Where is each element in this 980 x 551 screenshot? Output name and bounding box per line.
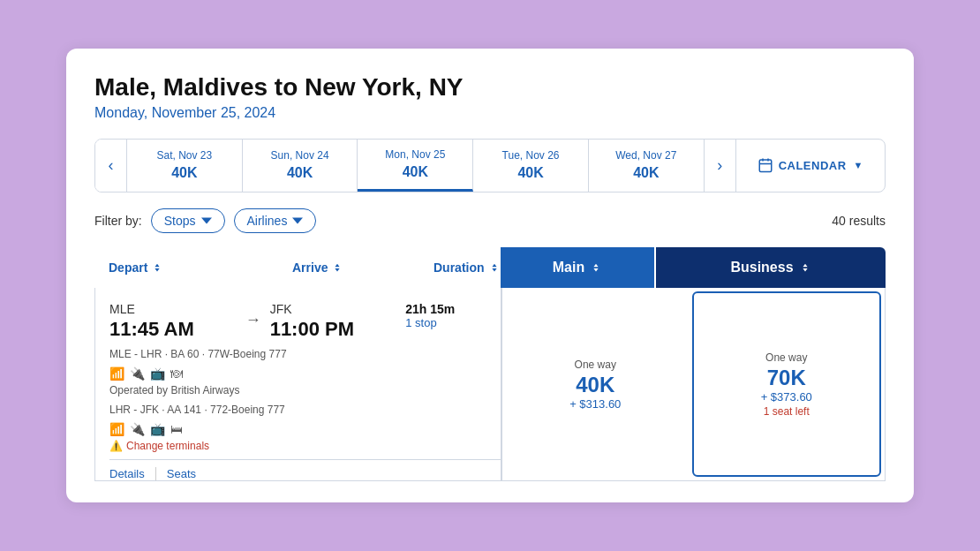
calendar-chevron-icon: ▼ — [854, 160, 863, 170]
business-one-way-label: One way — [765, 351, 807, 364]
seats-link[interactable]: Seats — [167, 467, 207, 480]
business-price-points: 70K — [767, 366, 806, 390]
airlines-filter-dropdown[interactable]: Airlines — [234, 208, 317, 233]
details-link[interactable]: Details — [109, 467, 156, 480]
results-count: 40 results — [832, 214, 886, 228]
meal-icon: 🍽 — [170, 366, 183, 381]
flight-duration: 21h 15m — [405, 302, 501, 316]
main-sort-icon — [590, 261, 602, 274]
date-item-2[interactable]: Mon, Nov 2540K — [358, 140, 473, 192]
dest-code: JFK — [270, 302, 397, 316]
arrive-label: Arrive — [292, 260, 328, 275]
outlet-icon-2: 🔌 — [130, 422, 145, 436]
calendar-icon — [758, 157, 773, 173]
day-label-1: Sun, Nov 24 — [271, 149, 329, 162]
duration-label: Duration — [433, 260, 485, 275]
flight-info: MLE 11:45 AM → JFK 11:00 PM 21h 15m 1 st… — [95, 288, 501, 480]
business-col-label: Business — [730, 260, 793, 276]
operator-label: Operated by British Airways — [109, 384, 501, 396]
sort-duration[interactable]: Duration — [433, 260, 501, 275]
amenity-icons-2: 📶 🔌 📺 🛏 — [109, 422, 501, 436]
points-1: 40K — [287, 165, 313, 181]
main-price-points: 40K — [576, 373, 614, 397]
depart-col: MLE 11:45 AM — [109, 302, 237, 341]
amenity-icons-1: 📶 🔌 📺 🍽 — [109, 366, 501, 381]
outlet-icon: 🔌 — [130, 366, 145, 381]
column-headers: Depart Arrive Duration Main Business — [94, 247, 886, 288]
arrive-sort-icon — [331, 261, 343, 274]
business-sort-icon — [799, 261, 811, 274]
airlines-chevron-icon — [292, 215, 303, 226]
business-price-cell[interactable]: One way 70K + $373.60 1 seat left — [692, 291, 882, 477]
filter-label: Filter by: — [94, 214, 142, 228]
date-item-3[interactable]: Tue, Nov 2640K — [473, 140, 589, 192]
route-date: Monday, November 25, 2024 — [94, 105, 886, 121]
calendar-label: CALENDAR — [779, 159, 847, 172]
entertainment-icon: 📺 — [150, 366, 165, 381]
stops-filter-dropdown[interactable]: Stops — [151, 208, 225, 233]
stops-chevron-icon — [201, 215, 212, 226]
change-terminals-warning: ⚠️ Change terminals — [109, 440, 501, 452]
duration-col: 21h 15m 1 stop — [396, 302, 501, 329]
depart-label: Depart — [109, 260, 147, 275]
segment1-details: MLE - LHR · BA 60 · 77W-Boeing 777 — [109, 346, 501, 363]
day-label-4: Wed, Nov 27 — [615, 149, 676, 162]
depart-time: 11:45 AM — [109, 318, 237, 341]
origin-code: MLE — [109, 302, 237, 316]
arrive-col: JFK 11:00 PM — [270, 302, 397, 341]
points-4: 40K — [633, 165, 659, 181]
main-one-way-label: One way — [575, 359, 616, 371]
date-item-1[interactable]: Sun, Nov 2440K — [243, 140, 358, 192]
sort-depart[interactable]: Depart — [109, 260, 285, 275]
main-price-cash: + $313.60 — [569, 397, 621, 411]
main-card: Male, Maldives to New York, NY Monday, N… — [66, 49, 914, 502]
day-label-2: Mon, Nov 25 — [385, 148, 445, 161]
business-price-cash: + $373.60 — [761, 390, 812, 404]
seats-left-badge: 1 seat left — [764, 405, 810, 418]
warning-icon: ⚠️ — [109, 440, 123, 452]
points-0: 40K — [171, 165, 197, 181]
wifi-icon: 📶 — [109, 366, 124, 381]
date-selector: ‹ Sat, Nov 2340KSun, Nov 2440KMon, Nov 2… — [94, 139, 886, 192]
price-cells: One way 40K + $313.60 One way 70K + $373… — [501, 288, 885, 480]
segment2-details: LHR - JFK · AA 141 · 772-Boeing 777 — [109, 402, 501, 419]
main-col-label: Main — [553, 260, 584, 276]
sort-arrive[interactable]: Arrive — [292, 260, 433, 275]
entertainment-icon-2: 📺 — [150, 422, 165, 436]
headers-left: Depart Arrive Duration — [94, 247, 501, 288]
points-3: 40K — [517, 165, 543, 181]
route-title: Male, Maldives to New York, NY — [94, 73, 886, 102]
stops-label-val: 1 stop — [405, 316, 501, 329]
sort-main[interactable]: Main — [501, 247, 656, 288]
flight-row: MLE 11:45 AM → JFK 11:00 PM 21h 15m 1 st… — [94, 288, 886, 481]
points-2: 40K — [403, 164, 428, 180]
date-prev-button[interactable]: ‹ — [95, 140, 127, 192]
day-label-3: Tue, Nov 26 — [502, 149, 560, 162]
date-next-button[interactable]: › — [704, 140, 735, 192]
meal-icon-2: 🛏 — [170, 422, 183, 436]
filter-row: Filter by: Stops Airlines 40 results — [94, 208, 886, 233]
date-item-0[interactable]: Sat, Nov 2340K — [127, 140, 243, 192]
depart-sort-icon — [151, 261, 163, 274]
stops-label: Stops — [164, 214, 196, 228]
date-items: Sat, Nov 2340KSun, Nov 2440KMon, Nov 254… — [127, 140, 704, 192]
svg-rect-0 — [759, 160, 772, 172]
duration-sort-icon — [488, 261, 501, 274]
main-price-cell[interactable]: One way 40K + $313.60 — [501, 288, 689, 480]
flight-links: Details Seats — [109, 459, 501, 480]
change-terminals-label: Change terminals — [126, 440, 209, 452]
date-item-4[interactable]: Wed, Nov 2740K — [589, 140, 704, 192]
arrive-time: 11:00 PM — [270, 318, 397, 341]
day-label-0: Sat, Nov 23 — [157, 149, 213, 162]
airlines-label: Airlines — [247, 214, 288, 228]
calendar-button[interactable]: CALENDAR ▼ — [735, 140, 885, 192]
arrow-icon: → — [245, 302, 261, 329]
sort-business[interactable]: Business — [656, 247, 886, 288]
wifi-icon-2: 📶 — [109, 422, 124, 436]
